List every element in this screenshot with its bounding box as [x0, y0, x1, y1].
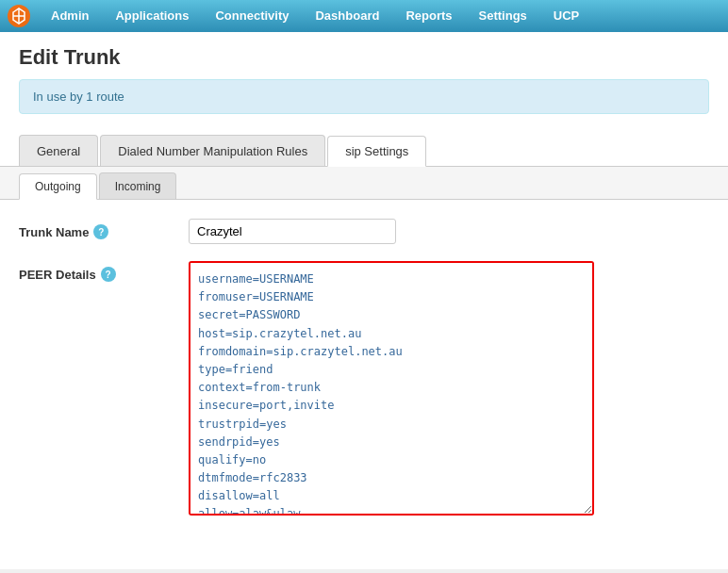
- peer-details-textarea[interactable]: username=USERNAME fromuser=USERNAME secr…: [189, 261, 594, 516]
- peer-details-help-icon[interactable]: ?: [101, 267, 116, 282]
- trunk-name-help-icon[interactable]: ?: [93, 224, 108, 239]
- trunk-name-input-container: [189, 219, 709, 244]
- tab-general[interactable]: General: [19, 135, 98, 166]
- nav-settings[interactable]: Settings: [466, 0, 540, 32]
- main-tabs: General Dialed Number Manipulation Rules…: [0, 123, 728, 167]
- sub-tab-incoming[interactable]: Incoming: [99, 172, 177, 199]
- nav-ucp[interactable]: UCP: [540, 0, 592, 32]
- peer-details-label: PEER Details ?: [19, 261, 189, 282]
- nav-dashboard[interactable]: Dashboard: [302, 0, 392, 32]
- trunk-name-row: Trunk Name ?: [19, 219, 709, 244]
- nav-reports[interactable]: Reports: [392, 0, 465, 32]
- sub-tab-outgoing[interactable]: Outgoing: [19, 173, 97, 200]
- tab-sip-settings[interactable]: sip Settings: [327, 136, 426, 167]
- page-header: Edit Trunk In use by 1 route: [0, 32, 728, 123]
- peer-details-input-container: username=USERNAME fromuser=USERNAME secr…: [189, 261, 709, 518]
- top-navigation: Admin Applications Connectivity Dashboar…: [0, 0, 728, 32]
- tab-dnmr[interactable]: Dialed Number Manipulation Rules: [100, 135, 325, 166]
- nav-admin[interactable]: Admin: [38, 0, 102, 32]
- page-content: Edit Trunk In use by 1 route General Dia…: [0, 32, 728, 569]
- page-title: Edit Trunk: [19, 45, 709, 70]
- app-logo: [4, 3, 34, 29]
- form-content: Trunk Name ? PEER Details ? username=USE…: [0, 200, 728, 554]
- trunk-name-label: Trunk Name ?: [19, 219, 189, 239]
- trunk-name-input[interactable]: [189, 219, 396, 244]
- peer-details-row: PEER Details ? username=USERNAME fromuse…: [19, 261, 709, 518]
- nav-connectivity[interactable]: Connectivity: [202, 0, 302, 32]
- nav-applications[interactable]: Applications: [102, 0, 202, 32]
- sub-tabs: Outgoing Incoming: [0, 167, 728, 200]
- info-bar: In use by 1 route: [19, 79, 709, 114]
